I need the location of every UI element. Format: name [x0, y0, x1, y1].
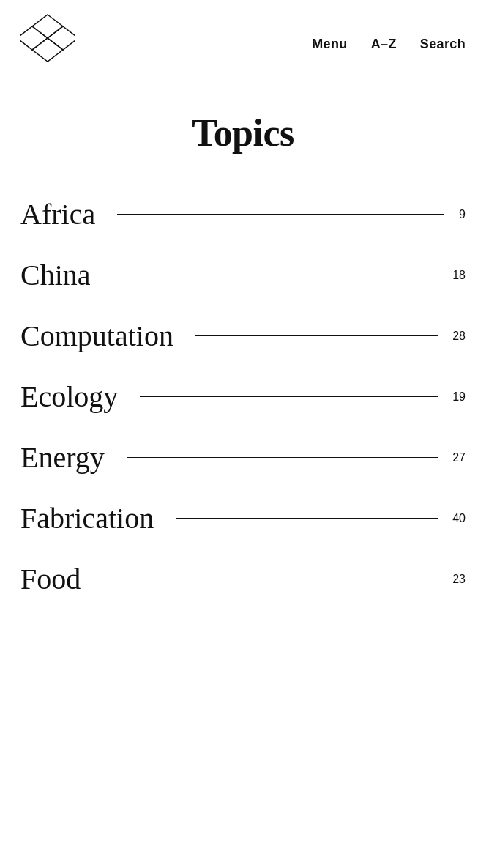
topic-line	[113, 275, 438, 275]
topic-item[interactable]: China18	[20, 245, 466, 305]
topic-item[interactable]: Energy27	[20, 427, 466, 488]
topic-item[interactable]: Ecology19	[20, 366, 466, 427]
topic-line	[176, 518, 438, 519]
topic-name: Food	[20, 562, 81, 596]
topic-count: 27	[452, 451, 466, 464]
main-nav: Menu A–Z Search	[312, 37, 466, 52]
topic-name: Ecology	[20, 379, 118, 414]
topic-line	[102, 579, 438, 579]
svg-marker-3	[32, 38, 63, 62]
topic-name: Fabrication	[20, 501, 154, 535]
logo-icon	[20, 13, 75, 72]
topic-count: 28	[452, 330, 466, 343]
topic-line	[127, 457, 438, 458]
svg-marker-2	[48, 26, 75, 50]
topic-item[interactable]: Africa9	[20, 184, 466, 245]
svg-marker-0	[32, 15, 63, 38]
topic-count: 23	[452, 573, 466, 586]
nav-menu[interactable]: Menu	[312, 37, 347, 52]
topic-line	[140, 396, 438, 397]
topic-name: Energy	[20, 440, 105, 475]
topic-item[interactable]: Food23	[20, 549, 466, 609]
topic-name: China	[20, 258, 91, 292]
topic-count: 19	[452, 390, 466, 404]
page-title-section: Topics	[0, 82, 486, 177]
topics-list: Africa9China18Computation28Ecology19Ener…	[0, 177, 486, 624]
topic-count: 40	[452, 512, 466, 525]
svg-marker-1	[20, 26, 48, 50]
nav-az[interactable]: A–Z	[371, 37, 397, 52]
topic-name: Computation	[20, 319, 173, 353]
nav-search[interactable]: Search	[420, 37, 466, 52]
topic-line	[117, 214, 444, 215]
topic-item[interactable]: Computation28	[20, 305, 466, 366]
topic-count: 9	[459, 208, 466, 221]
topic-count: 18	[452, 269, 466, 282]
page-title: Topics	[20, 111, 466, 155]
topic-line	[195, 335, 438, 336]
topic-item[interactable]: Fabrication40	[20, 488, 466, 549]
topic-name: Africa	[20, 197, 95, 231]
site-header: Menu A–Z Search	[0, 0, 486, 82]
logo[interactable]	[20, 13, 312, 75]
